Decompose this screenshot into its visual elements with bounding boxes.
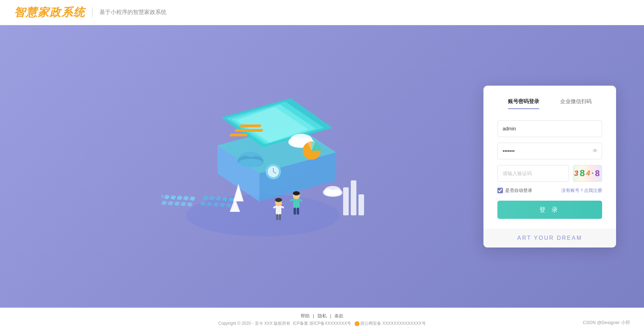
username-group bbox=[497, 120, 602, 137]
logo: 智慧家政系统 bbox=[14, 5, 85, 20]
svg-rect-12 bbox=[164, 195, 170, 200]
svg-point-69 bbox=[293, 191, 300, 195]
tab-wechat[interactable]: 企业微信扫码 bbox=[550, 98, 602, 109]
svg-rect-67 bbox=[294, 208, 296, 215]
svg-rect-25 bbox=[174, 201, 180, 206]
auto-login-row: 是否自动登录 没有账号？点我注册 bbox=[497, 187, 602, 194]
svg-rect-26 bbox=[180, 202, 186, 207]
svg-rect-13 bbox=[170, 195, 176, 200]
footer-links: 帮助 | 隐私 | 条款 bbox=[0, 313, 644, 319]
header-divider bbox=[92, 7, 92, 18]
illustration-svg bbox=[162, 82, 364, 250]
svg-rect-58 bbox=[276, 205, 281, 215]
footer-link-help[interactable]: 帮助 bbox=[301, 313, 310, 318]
password-group: 👁 bbox=[497, 143, 602, 159]
svg-rect-38 bbox=[351, 180, 356, 215]
svg-rect-37 bbox=[343, 187, 349, 215]
captcha-group: 3 8 4 · 8 bbox=[497, 165, 602, 182]
svg-rect-15 bbox=[183, 196, 189, 201]
login-card: 账号密码登录 企业微信扫码 👁 3 8 4 · 8 bbox=[483, 86, 616, 248]
svg-rect-24 bbox=[167, 201, 173, 206]
auto-login-label[interactable]: 是否自动登录 bbox=[497, 187, 532, 194]
svg-point-62 bbox=[275, 198, 282, 202]
password-input[interactable] bbox=[497, 143, 602, 159]
svg-rect-11 bbox=[162, 194, 163, 199]
username-input[interactable] bbox=[497, 120, 602, 137]
svg-rect-9 bbox=[234, 129, 263, 132]
login-card-footer: ART YOUR DREAM bbox=[483, 229, 616, 248]
main-content: 账号密码登录 企业微信扫码 👁 3 8 4 · 8 bbox=[0, 25, 644, 308]
svg-rect-60 bbox=[276, 214, 278, 220]
svg-point-0 bbox=[186, 194, 340, 236]
footer-copyright: Copyright © 2020 - 至今 XXX 版权所有 ICP备案 浙IC… bbox=[0, 321, 644, 327]
header: 智慧家政系统 基于小程序的智慧家政系统 bbox=[0, 0, 644, 25]
svg-point-51 bbox=[238, 159, 263, 167]
footer-author: CSDN @Designer 小邦 bbox=[583, 320, 630, 326]
captcha-image[interactable]: 3 8 4 · 8 bbox=[573, 165, 602, 182]
svg-rect-10 bbox=[229, 134, 247, 136]
login-button[interactable]: 登 录 bbox=[497, 201, 602, 219]
security-icon bbox=[355, 321, 360, 326]
footer-link-privacy[interactable]: 隐私 bbox=[318, 313, 327, 318]
art-dream-text: ART YOUR DREAM bbox=[483, 235, 616, 241]
auto-login-checkbox[interactable] bbox=[497, 188, 503, 193]
svg-rect-39 bbox=[358, 194, 364, 215]
svg-rect-17 bbox=[202, 195, 209, 200]
svg-rect-14 bbox=[176, 195, 183, 200]
svg-rect-16 bbox=[189, 196, 195, 201]
footer-link-terms[interactable]: 条款 bbox=[334, 313, 343, 318]
svg-rect-61 bbox=[279, 214, 281, 220]
captcha-input[interactable] bbox=[497, 165, 569, 182]
illustration bbox=[42, 82, 483, 250]
svg-rect-23 bbox=[162, 200, 167, 205]
eye-icon[interactable]: 👁 bbox=[592, 148, 598, 154]
login-tabs: 账号密码登录 企业微信扫码 bbox=[497, 98, 602, 109]
cloud-2 bbox=[323, 186, 342, 197]
tab-account[interactable]: 账号密码登录 bbox=[497, 98, 550, 109]
svg-point-47 bbox=[324, 191, 341, 197]
header-subtitle: 基于小程序的智慧家政系统 bbox=[99, 9, 166, 16]
svg-rect-68 bbox=[297, 208, 299, 215]
register-link[interactable]: 没有账号？点我注册 bbox=[561, 187, 602, 194]
footer: 帮助 | 隐私 | 条款 Copyright © 2020 - 至今 XXX 版… bbox=[0, 308, 644, 330]
svg-rect-8 bbox=[239, 124, 261, 127]
svg-rect-27 bbox=[186, 202, 193, 207]
